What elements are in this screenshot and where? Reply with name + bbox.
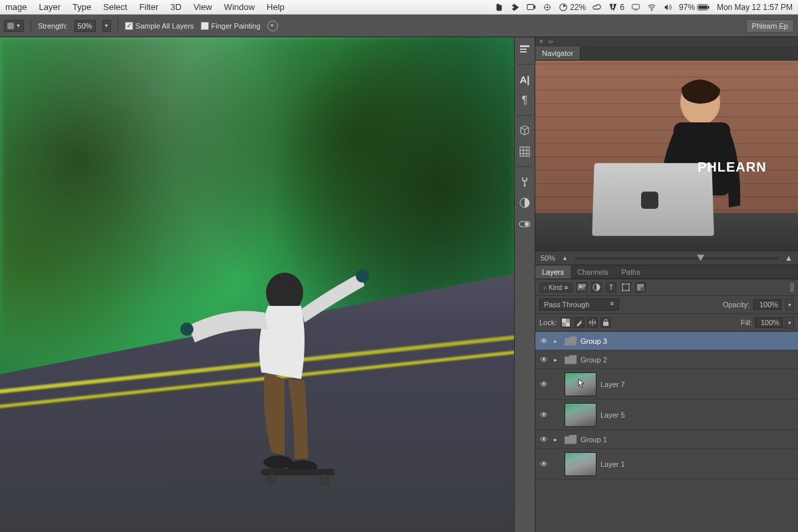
checkbox-checked-icon: ✓ — [125, 22, 133, 30]
filter-pixel-icon[interactable] — [577, 282, 587, 293]
layer-row-group3[interactable]: 👁 ▸ Group 3 — [535, 332, 798, 350]
panel-close-icon[interactable]: × — [539, 38, 543, 46]
navigator-zoom-slider[interactable] — [575, 257, 778, 259]
tab-paths[interactable]: Paths — [615, 265, 647, 279]
panel-icon-character[interactable]: A| — [517, 71, 533, 87]
disclosure-triangle-icon[interactable]: ▸ — [554, 338, 561, 344]
filter-adjustment-icon[interactable] — [591, 282, 602, 293]
menu-image[interactable]: mage — [5, 2, 27, 12]
tool-preset-dropdown[interactable]: ▼ — [4, 20, 24, 32]
blend-mode-dropdown[interactable]: Pass Through≑ — [539, 299, 619, 311]
panel-icon-3d[interactable] — [517, 122, 533, 138]
filter-toggle-switch[interactable] — [790, 283, 794, 292]
layer-thumbnail[interactable] — [565, 403, 597, 427]
cursor-pointer-icon — [577, 379, 586, 391]
tab-channels[interactable]: Channels — [571, 265, 614, 279]
strength-dropdown-toggle[interactable]: ▼ — [102, 20, 111, 32]
lock-all-icon[interactable] — [600, 317, 611, 328]
zoom-out-icon[interactable]: ▲ — [562, 255, 568, 261]
filter-type-icon[interactable]: T — [606, 282, 616, 293]
volume-icon[interactable] — [663, 3, 672, 12]
navigator-zoom-value[interactable]: 50% — [541, 254, 555, 262]
panel-icon-toggle[interactable] — [517, 216, 533, 232]
zoom-in-icon[interactable]: ▲ — [785, 253, 793, 263]
evernote-icon[interactable] — [495, 3, 504, 12]
fill-input[interactable]: 100% — [755, 317, 783, 328]
layer-name-label[interactable]: Group 1 — [581, 436, 607, 444]
screen-record-icon[interactable] — [527, 3, 536, 12]
filter-smartobject-icon[interactable] — [635, 282, 646, 293]
svg-point-2 — [547, 6, 549, 8]
svg-rect-31 — [622, 284, 629, 291]
menu-help[interactable]: Help — [267, 2, 285, 12]
filter-kind-dropdown[interactable]: ⌕Kind≑ — [539, 283, 573, 293]
svg-point-32 — [622, 283, 623, 285]
visibility-toggle-icon[interactable]: 👁 — [538, 355, 550, 364]
menu-window[interactable]: Window — [224, 2, 255, 12]
panel-icon-paragraph[interactable]: ¶ — [517, 92, 533, 108]
visibility-toggle-icon[interactable]: 👁 — [538, 410, 550, 420]
layer-row-group2[interactable]: 👁 ▸ Group 2 — [535, 350, 798, 369]
menu-view[interactable]: View — [194, 2, 212, 12]
sample-all-layers-checkbox[interactable]: ✓Sample All Layers — [125, 22, 194, 30]
lock-transparency-icon[interactable] — [561, 317, 571, 328]
wifi-icon[interactable] — [647, 3, 656, 12]
panel-icon-adjustment[interactable] — [517, 195, 533, 211]
layer-list: 👁 ▸ Group 3 👁 ▸ Group 2 👁 ▸ — [535, 332, 798, 532]
layer-thumbnail[interactable] — [565, 372, 597, 396]
battery-icon[interactable]: 97% — [679, 3, 710, 12]
menu-type[interactable]: Type — [72, 2, 91, 12]
disclosure-triangle-icon[interactable]: ▸ — [554, 356, 561, 363]
opacity-input[interactable]: 100% — [753, 299, 781, 310]
panel-icon-connect[interactable] — [517, 174, 533, 190]
display-icon[interactable] — [631, 3, 640, 12]
document-canvas[interactable] — [0, 37, 514, 532]
tab-navigator[interactable]: Navigator — [535, 47, 581, 60]
pressure-target-icon[interactable] — [267, 21, 278, 31]
adobe-apps-icon[interactable]: 6 — [608, 3, 624, 12]
navigator-preview[interactable]: PHLEARN — [535, 61, 798, 251]
cpu-icon[interactable]: 22% — [559, 3, 586, 12]
layer-thumbnail[interactable] — [565, 452, 597, 476]
menu-layer[interactable]: Layer — [39, 2, 61, 12]
layer-name-label[interactable]: Layer 5 — [600, 411, 625, 419]
opacity-dropdown-toggle[interactable]: ▼ — [785, 299, 794, 311]
menu-filter[interactable]: Filter — [139, 2, 158, 12]
visibility-toggle-icon[interactable]: 👁 — [538, 336, 550, 346]
menu-3d[interactable]: 3D — [170, 2, 182, 12]
menu-select[interactable]: Select — [103, 2, 127, 12]
creative-cloud-icon[interactable] — [593, 3, 602, 12]
panel-collapse-icon[interactable]: ›› — [549, 38, 553, 46]
layer-name-label[interactable]: Layer 1 — [600, 460, 625, 468]
tab-layers[interactable]: Layers — [535, 265, 571, 279]
layer-row-group1[interactable]: 👁 ▸ Group 1 — [535, 430, 798, 449]
layer-row-layer5[interactable]: 👁 ▸ Layer 5 — [535, 400, 798, 430]
lock-pixels-icon[interactable] — [574, 317, 585, 328]
svg-rect-0 — [527, 4, 534, 9]
folder-icon — [565, 336, 577, 346]
layer-name-label[interactable]: Layer 7 — [600, 380, 625, 388]
layer-name-label[interactable]: Group 2 — [581, 356, 607, 364]
svg-point-5 — [651, 9, 652, 11]
visibility-toggle-icon[interactable]: 👁 — [538, 380, 550, 389]
lock-position-icon[interactable] — [587, 317, 598, 328]
visibility-toggle-icon[interactable]: 👁 — [538, 435, 550, 444]
svg-point-35 — [628, 290, 630, 291]
disclosure-triangle-icon[interactable]: ▸ — [554, 436, 561, 443]
activity-icon[interactable] — [543, 3, 552, 12]
fill-dropdown-toggle[interactable]: ▼ — [785, 317, 794, 329]
layer-name-label[interactable]: Group 3 — [581, 337, 607, 345]
document-tab[interactable]: Phlearn Ep — [746, 19, 794, 33]
dropbox-icon[interactable] — [511, 3, 520, 12]
svg-point-11 — [356, 269, 369, 283]
panel-icon-grid[interactable] — [517, 144, 533, 160]
layer-row-layer1[interactable]: 👁 ▸ Layer 1 — [535, 449, 798, 479]
visibility-toggle-icon[interactable]: 👁 — [538, 460, 550, 469]
finger-painting-checkbox[interactable]: Finger Painting — [201, 22, 261, 30]
panel-icon-properties[interactable] — [517, 41, 533, 57]
lock-label: Lock: — [539, 319, 557, 327]
layer-row-layer7[interactable]: 👁 ▸ Layer 7 — [535, 369, 798, 400]
filter-shape-icon[interactable] — [620, 282, 631, 293]
clock[interactable]: Mon May 12 1:57 PM — [717, 3, 793, 12]
strength-value-input[interactable]: 50% — [74, 20, 96, 32]
